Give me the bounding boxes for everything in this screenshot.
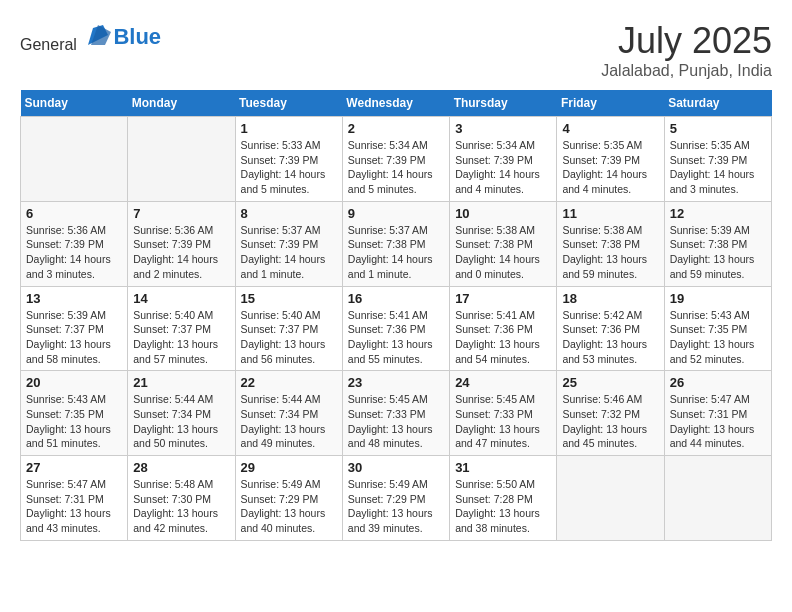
calendar-cell: 20Sunrise: 5:43 AM Sunset: 7:35 PM Dayli… [21, 371, 128, 456]
calendar-cell: 17Sunrise: 5:41 AM Sunset: 7:36 PM Dayli… [450, 286, 557, 371]
day-number: 24 [455, 375, 551, 390]
day-number: 19 [670, 291, 766, 306]
calendar-cell: 27Sunrise: 5:47 AM Sunset: 7:31 PM Dayli… [21, 456, 128, 541]
weekday-header-tuesday: Tuesday [235, 90, 342, 117]
calendar-cell: 13Sunrise: 5:39 AM Sunset: 7:37 PM Dayli… [21, 286, 128, 371]
day-info: Sunrise: 5:50 AM Sunset: 7:28 PM Dayligh… [455, 477, 551, 536]
calendar-cell: 15Sunrise: 5:40 AM Sunset: 7:37 PM Dayli… [235, 286, 342, 371]
day-info: Sunrise: 5:37 AM Sunset: 7:39 PM Dayligh… [241, 223, 337, 282]
month-year-title: July 2025 [601, 20, 772, 62]
day-info: Sunrise: 5:39 AM Sunset: 7:38 PM Dayligh… [670, 223, 766, 282]
day-info: Sunrise: 5:36 AM Sunset: 7:39 PM Dayligh… [133, 223, 229, 282]
calendar-cell: 2Sunrise: 5:34 AM Sunset: 7:39 PM Daylig… [342, 117, 449, 202]
day-number: 11 [562, 206, 658, 221]
day-info: Sunrise: 5:40 AM Sunset: 7:37 PM Dayligh… [133, 308, 229, 367]
day-info: Sunrise: 5:45 AM Sunset: 7:33 PM Dayligh… [455, 392, 551, 451]
day-number: 13 [26, 291, 122, 306]
calendar-cell: 7Sunrise: 5:36 AM Sunset: 7:39 PM Daylig… [128, 201, 235, 286]
weekday-header-wednesday: Wednesday [342, 90, 449, 117]
day-info: Sunrise: 5:34 AM Sunset: 7:39 PM Dayligh… [455, 138, 551, 197]
day-info: Sunrise: 5:46 AM Sunset: 7:32 PM Dayligh… [562, 392, 658, 451]
calendar-cell: 14Sunrise: 5:40 AM Sunset: 7:37 PM Dayli… [128, 286, 235, 371]
day-info: Sunrise: 5:37 AM Sunset: 7:38 PM Dayligh… [348, 223, 444, 282]
day-number: 6 [26, 206, 122, 221]
day-info: Sunrise: 5:44 AM Sunset: 7:34 PM Dayligh… [133, 392, 229, 451]
day-info: Sunrise: 5:43 AM Sunset: 7:35 PM Dayligh… [670, 308, 766, 367]
day-number: 15 [241, 291, 337, 306]
calendar-cell: 23Sunrise: 5:45 AM Sunset: 7:33 PM Dayli… [342, 371, 449, 456]
calendar-cell [664, 456, 771, 541]
calendar-cell: 19Sunrise: 5:43 AM Sunset: 7:35 PM Dayli… [664, 286, 771, 371]
day-info: Sunrise: 5:42 AM Sunset: 7:36 PM Dayligh… [562, 308, 658, 367]
weekday-header-friday: Friday [557, 90, 664, 117]
day-info: Sunrise: 5:48 AM Sunset: 7:30 PM Dayligh… [133, 477, 229, 536]
day-number: 28 [133, 460, 229, 475]
weekday-header-thursday: Thursday [450, 90, 557, 117]
day-info: Sunrise: 5:40 AM Sunset: 7:37 PM Dayligh… [241, 308, 337, 367]
day-number: 31 [455, 460, 551, 475]
calendar-cell: 8Sunrise: 5:37 AM Sunset: 7:39 PM Daylig… [235, 201, 342, 286]
calendar-week-row: 27Sunrise: 5:47 AM Sunset: 7:31 PM Dayli… [21, 456, 772, 541]
day-info: Sunrise: 5:47 AM Sunset: 7:31 PM Dayligh… [26, 477, 122, 536]
calendar-week-row: 20Sunrise: 5:43 AM Sunset: 7:35 PM Dayli… [21, 371, 772, 456]
location-subtitle: Jalalabad, Punjab, India [601, 62, 772, 80]
day-info: Sunrise: 5:35 AM Sunset: 7:39 PM Dayligh… [562, 138, 658, 197]
day-info: Sunrise: 5:33 AM Sunset: 7:39 PM Dayligh… [241, 138, 337, 197]
calendar-cell: 16Sunrise: 5:41 AM Sunset: 7:36 PM Dayli… [342, 286, 449, 371]
day-number: 17 [455, 291, 551, 306]
calendar-week-row: 6Sunrise: 5:36 AM Sunset: 7:39 PM Daylig… [21, 201, 772, 286]
calendar-cell: 31Sunrise: 5:50 AM Sunset: 7:28 PM Dayli… [450, 456, 557, 541]
day-number: 30 [348, 460, 444, 475]
day-info: Sunrise: 5:38 AM Sunset: 7:38 PM Dayligh… [455, 223, 551, 282]
day-number: 14 [133, 291, 229, 306]
calendar-cell: 4Sunrise: 5:35 AM Sunset: 7:39 PM Daylig… [557, 117, 664, 202]
page-header: General Blue July 2025 Jalalabad, Punjab… [20, 20, 772, 80]
day-number: 12 [670, 206, 766, 221]
weekday-header-row: SundayMondayTuesdayWednesdayThursdayFrid… [21, 90, 772, 117]
calendar-cell: 21Sunrise: 5:44 AM Sunset: 7:34 PM Dayli… [128, 371, 235, 456]
logo-icon [83, 20, 113, 50]
calendar-cell: 28Sunrise: 5:48 AM Sunset: 7:30 PM Dayli… [128, 456, 235, 541]
calendar-cell: 11Sunrise: 5:38 AM Sunset: 7:38 PM Dayli… [557, 201, 664, 286]
calendar-cell: 24Sunrise: 5:45 AM Sunset: 7:33 PM Dayli… [450, 371, 557, 456]
day-number: 16 [348, 291, 444, 306]
weekday-header-monday: Monday [128, 90, 235, 117]
day-number: 20 [26, 375, 122, 390]
weekday-header-saturday: Saturday [664, 90, 771, 117]
day-info: Sunrise: 5:38 AM Sunset: 7:38 PM Dayligh… [562, 223, 658, 282]
day-number: 21 [133, 375, 229, 390]
calendar-cell: 10Sunrise: 5:38 AM Sunset: 7:38 PM Dayli… [450, 201, 557, 286]
day-info: Sunrise: 5:43 AM Sunset: 7:35 PM Dayligh… [26, 392, 122, 451]
day-number: 3 [455, 121, 551, 136]
day-number: 4 [562, 121, 658, 136]
calendar-cell: 3Sunrise: 5:34 AM Sunset: 7:39 PM Daylig… [450, 117, 557, 202]
calendar-cell: 6Sunrise: 5:36 AM Sunset: 7:39 PM Daylig… [21, 201, 128, 286]
calendar-cell: 30Sunrise: 5:49 AM Sunset: 7:29 PM Dayli… [342, 456, 449, 541]
day-number: 23 [348, 375, 444, 390]
calendar-week-row: 13Sunrise: 5:39 AM Sunset: 7:37 PM Dayli… [21, 286, 772, 371]
calendar-cell: 12Sunrise: 5:39 AM Sunset: 7:38 PM Dayli… [664, 201, 771, 286]
calendar-table: SundayMondayTuesdayWednesdayThursdayFrid… [20, 90, 772, 541]
day-number: 7 [133, 206, 229, 221]
day-info: Sunrise: 5:41 AM Sunset: 7:36 PM Dayligh… [348, 308, 444, 367]
calendar-cell: 1Sunrise: 5:33 AM Sunset: 7:39 PM Daylig… [235, 117, 342, 202]
calendar-week-row: 1Sunrise: 5:33 AM Sunset: 7:39 PM Daylig… [21, 117, 772, 202]
logo-general-text: General [20, 36, 77, 53]
day-info: Sunrise: 5:35 AM Sunset: 7:39 PM Dayligh… [670, 138, 766, 197]
calendar-cell: 18Sunrise: 5:42 AM Sunset: 7:36 PM Dayli… [557, 286, 664, 371]
day-number: 2 [348, 121, 444, 136]
logo-blue-text: Blue [113, 24, 161, 49]
day-number: 18 [562, 291, 658, 306]
day-info: Sunrise: 5:34 AM Sunset: 7:39 PM Dayligh… [348, 138, 444, 197]
calendar-cell [21, 117, 128, 202]
calendar-cell: 25Sunrise: 5:46 AM Sunset: 7:32 PM Dayli… [557, 371, 664, 456]
day-number: 25 [562, 375, 658, 390]
day-info: Sunrise: 5:39 AM Sunset: 7:37 PM Dayligh… [26, 308, 122, 367]
day-info: Sunrise: 5:49 AM Sunset: 7:29 PM Dayligh… [348, 477, 444, 536]
day-number: 26 [670, 375, 766, 390]
calendar-cell: 26Sunrise: 5:47 AM Sunset: 7:31 PM Dayli… [664, 371, 771, 456]
day-info: Sunrise: 5:41 AM Sunset: 7:36 PM Dayligh… [455, 308, 551, 367]
title-block: July 2025 Jalalabad, Punjab, India [601, 20, 772, 80]
calendar-cell [128, 117, 235, 202]
logo: General Blue [20, 20, 161, 54]
